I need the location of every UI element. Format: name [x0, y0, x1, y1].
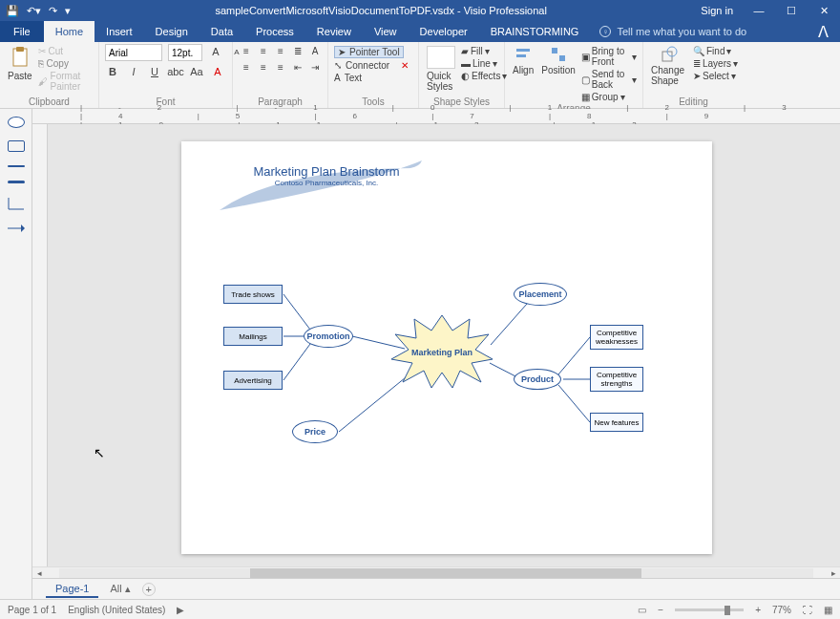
scroll-left-arrow[interactable]: ◂	[32, 568, 46, 578]
shape-thumb-line[interactable]	[8, 165, 25, 167]
font-name-input[interactable]	[105, 44, 162, 61]
competitive-strengths-box[interactable]: Competitive strengths	[590, 367, 643, 392]
align-right-button[interactable]: ≡	[273, 60, 288, 74]
minimize-button[interactable]: —	[743, 0, 775, 21]
canvas[interactable]: Marketing Plan Brainstorm Contoso Pharma…	[48, 124, 840, 566]
quick-styles-button[interactable]: Quick Styles	[425, 44, 457, 94]
fit-page-button[interactable]: ⛶	[803, 605, 812, 615]
text-direction-button[interactable]: A	[307, 44, 323, 57]
send-back-button[interactable]: ▢Send to Back▾	[581, 69, 637, 90]
bring-front-button[interactable]: ▣Bring to Front▾	[581, 46, 637, 67]
shape-thumb-axis[interactable]	[8, 197, 25, 210]
price-topic[interactable]: Price	[292, 420, 338, 443]
line-dropdown[interactable]: ▬Line▾	[461, 58, 507, 69]
tab-process[interactable]: Process	[244, 21, 305, 42]
tab-data[interactable]: Data	[200, 21, 244, 42]
font-size-input[interactable]	[168, 44, 202, 61]
svg-rect-2	[516, 49, 530, 52]
layers-button[interactable]: ≣Layers▾	[693, 58, 738, 69]
tab-review[interactable]: Review	[305, 21, 363, 42]
save-icon[interactable]: 💾	[6, 5, 19, 17]
group-button[interactable]: ▦Group▾	[581, 92, 637, 102]
increase-font-button[interactable]: A	[208, 44, 223, 59]
format-painter-button[interactable]: 🖌Format Painter	[38, 71, 93, 92]
central-topic-shape[interactable]: Marketing Plan	[389, 313, 494, 390]
fill-icon: ▰	[461, 46, 469, 56]
product-topic[interactable]: Product	[514, 369, 561, 390]
macro-record-icon[interactable]: ▶	[177, 605, 184, 615]
zoom-level[interactable]: 77%	[772, 605, 791, 615]
page-tab-all[interactable]: All ▴	[110, 583, 130, 595]
zoom-out-button[interactable]: −	[658, 605, 663, 615]
drawing-page[interactable]: Marketing Plan Brainstorm Contoso Pharma…	[181, 141, 712, 554]
text-tool-button[interactable]: AText	[334, 73, 362, 83]
redo-icon[interactable]: ↷	[49, 5, 57, 17]
pointer-tool-button[interactable]: ➤Pointer Tool	[334, 46, 404, 58]
language-indicator[interactable]: English (United States)	[68, 605, 165, 615]
connector-tool-button[interactable]: ⤡Connector ✕	[334, 60, 409, 71]
align-center-button[interactable]: ≡	[256, 60, 271, 74]
align-top-button[interactable]: ≡	[239, 44, 254, 57]
promotion-topic[interactable]: Promotion	[304, 325, 353, 348]
svg-rect-4	[552, 48, 557, 53]
align-middle-button[interactable]: ≡	[256, 44, 271, 57]
mailings-box[interactable]: Mailings	[223, 327, 283, 346]
trade-shows-box[interactable]: Trade shows	[223, 285, 283, 304]
shape-thumb-ellipse[interactable]	[8, 117, 25, 128]
diagram-subtitle: Contoso Pharmaceuticals, Inc.	[221, 179, 431, 187]
scroll-right-arrow[interactable]: ▸	[827, 568, 840, 578]
zoom-slider[interactable]	[675, 608, 744, 611]
cut-button[interactable]: ✂Cut	[38, 46, 93, 56]
zoom-in-button[interactable]: +	[755, 605, 761, 615]
shape-thumb-thick-line[interactable]	[8, 181, 25, 183]
find-button[interactable]: 🔍Find▾	[693, 46, 738, 56]
shape-thumb-rect[interactable]	[8, 140, 25, 152]
shape-thumb-arrow[interactable]	[8, 224, 25, 233]
decrease-indent-button[interactable]: ⇤	[290, 60, 305, 74]
presentation-mode-button[interactable]: ▭	[638, 605, 646, 615]
align-left-button[interactable]: ≡	[239, 60, 254, 74]
maximize-button[interactable]: ☐	[775, 0, 808, 21]
switch-windows-button[interactable]: ▦	[824, 605, 832, 615]
text-highlight-button[interactable]: Aa	[189, 64, 204, 79]
underline-button[interactable]: U	[147, 64, 162, 79]
sign-in-link[interactable]: Sign in	[691, 5, 743, 16]
position-button[interactable]: Position	[539, 44, 578, 77]
align-button[interactable]: Align	[511, 44, 536, 77]
fill-dropdown[interactable]: ▰Fill▾	[461, 46, 507, 56]
tab-view[interactable]: View	[363, 21, 409, 42]
lightbulb-icon: ♀	[599, 26, 611, 37]
bullets-button[interactable]: ≣	[290, 44, 305, 57]
tab-file[interactable]: File	[0, 21, 44, 42]
tab-insert[interactable]: Insert	[94, 21, 144, 42]
new-features-box[interactable]: New features	[590, 413, 643, 432]
advertising-box[interactable]: Advertising	[223, 371, 283, 390]
horizontal-scrollbar[interactable]: ◂ ▸	[32, 566, 840, 578]
change-shape-button[interactable]: Change Shape	[649, 44, 689, 88]
strikethrough-button[interactable]: abc	[168, 64, 183, 79]
select-button[interactable]: ➤Select▾	[693, 71, 738, 81]
increase-indent-button[interactable]: ⇥	[307, 60, 323, 74]
tell-me-search[interactable]: ♀ Tell me what you want to do	[599, 21, 746, 42]
scroll-thumb[interactable]	[250, 568, 641, 578]
tab-developer[interactable]: Developer	[409, 21, 479, 42]
align-bottom-button[interactable]: ≡	[273, 44, 288, 57]
add-page-button[interactable]: +	[142, 583, 156, 596]
tab-brainstorming[interactable]: BRAINSTORMING	[479, 21, 591, 42]
paste-button[interactable]: Paste	[6, 44, 34, 83]
delete-icon[interactable]: ✕	[401, 60, 409, 71]
font-color-button[interactable]: A	[210, 64, 225, 79]
copy-button[interactable]: ⎘Copy	[38, 58, 93, 69]
close-button[interactable]: ✕	[808, 0, 840, 21]
tab-home[interactable]: Home	[44, 21, 94, 42]
italic-button[interactable]: I	[126, 64, 141, 79]
competitive-weaknesses-box[interactable]: Competitive weaknesses	[590, 325, 643, 350]
status-bar: Page 1 of 1 English (United States) ▶ ▭ …	[0, 599, 840, 619]
collapse-ribbon-icon[interactable]: ᐱ	[807, 21, 840, 42]
undo-icon[interactable]: ↶▾	[27, 5, 41, 17]
bold-button[interactable]: B	[105, 64, 120, 79]
placement-topic[interactable]: Placement	[514, 283, 567, 306]
page-tab-1[interactable]: Page-1	[46, 581, 98, 598]
tab-design[interactable]: Design	[144, 21, 200, 42]
effects-dropdown[interactable]: ◐Effects▾	[461, 71, 507, 81]
